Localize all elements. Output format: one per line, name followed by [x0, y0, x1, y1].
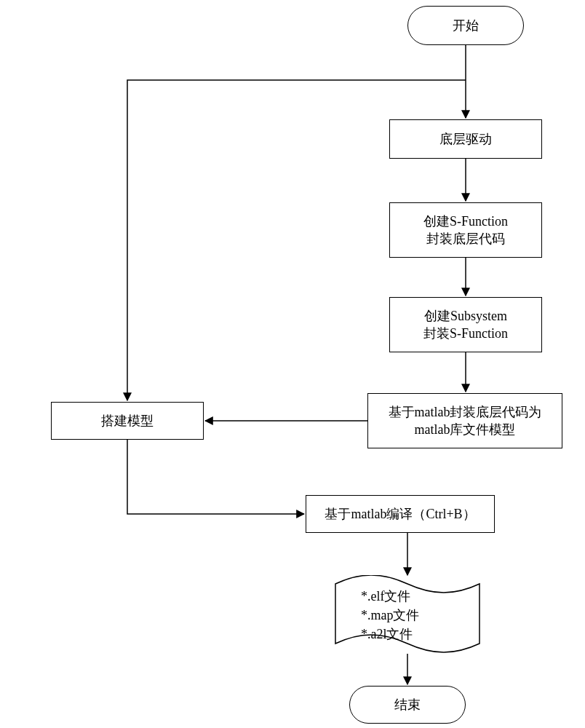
step-build-model: 搭建模型 — [51, 402, 204, 440]
end-terminator: 结束 — [349, 686, 466, 724]
step-compile: 基于matlab编译（Ctrl+B） — [306, 495, 495, 533]
step-create-subsystem: 创建Subsystem 封装S-Function — [389, 297, 542, 352]
step-create-sfunction: 创建S-Function 封装底层代码 — [389, 202, 542, 258]
output-files-text: *.elf文件 *.map文件 *.a2l文件 — [335, 575, 480, 655]
start-terminator: 开始 — [407, 6, 524, 45]
output-files: *.elf文件 *.map文件 *.a2l文件 — [335, 575, 480, 655]
step-driver: 底层驱动 — [389, 119, 542, 159]
step-matlab-library: 基于matlab封装底层代码为 matlab库文件模型 — [367, 393, 562, 448]
flow-arrows — [0, 0, 585, 728]
